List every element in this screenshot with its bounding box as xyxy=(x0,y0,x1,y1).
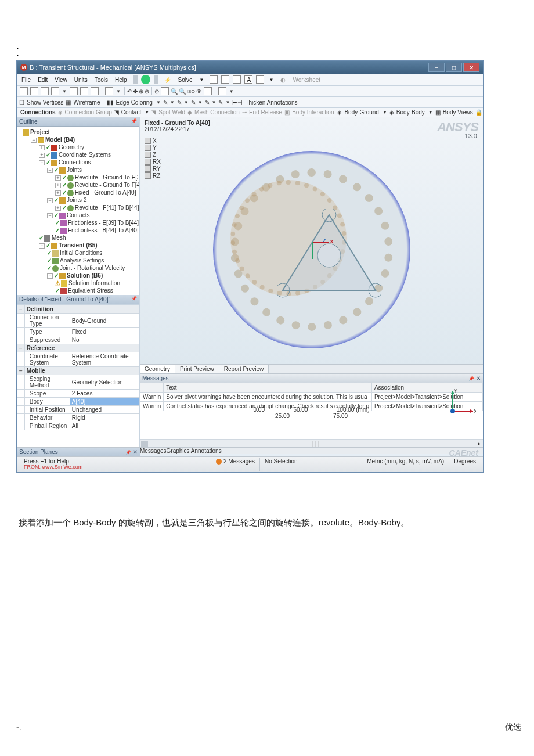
menu-edit[interactable]: Edit xyxy=(35,76,50,84)
maximize-button[interactable]: □ xyxy=(446,63,462,72)
status-degrees[interactable]: Degrees xyxy=(449,458,481,471)
msg-col-text[interactable]: Text xyxy=(164,383,372,393)
pen1-icon[interactable]: ✎ xyxy=(163,99,168,106)
sel-adj-icon[interactable] xyxy=(91,87,99,95)
collapse-icon[interactable]: − xyxy=(39,160,45,165)
tree-es[interactable]: Equivalent Stress xyxy=(68,287,113,294)
status-messages[interactable]: 2 Messages xyxy=(223,458,255,465)
tb-icon-5[interactable] xyxy=(256,75,264,84)
menu-view[interactable]: View xyxy=(52,76,70,84)
pin-icon[interactable]: 📌 xyxy=(131,296,137,303)
iso-icon[interactable]: ISO xyxy=(187,89,195,94)
pen4-icon[interactable]: ✎ xyxy=(205,99,210,106)
tree-rev-e[interactable]: Revolute - Ground To E[39] xyxy=(75,174,139,181)
tree-model[interactable]: Model (B4) xyxy=(45,136,75,143)
go-icon[interactable] xyxy=(141,75,150,84)
view-rotate-icon[interactable] xyxy=(105,87,113,95)
sel-box-icon[interactable] xyxy=(70,87,78,95)
outline-tree[interactable]: Project −Model (B4) +✓Geometry +✓Coordin… xyxy=(17,127,139,295)
status-units[interactable]: Metric (mm, kg, N, s, mV, mA) xyxy=(362,458,449,471)
connections-label[interactable]: Connections xyxy=(19,109,57,116)
tree-ic[interactable]: Initial Conditions xyxy=(60,250,102,256)
solve-button[interactable]: Solve xyxy=(176,76,195,84)
details-value-selected[interactable]: A[40] xyxy=(70,398,139,406)
thicken-label[interactable]: Thicken Annotations xyxy=(244,99,298,106)
expand-icon[interactable]: + xyxy=(55,183,61,188)
close-icon[interactable]: ✕ xyxy=(476,375,481,381)
collapse-icon[interactable]: − xyxy=(47,213,53,218)
collapse-icon[interactable]: − xyxy=(47,198,53,203)
expand-icon[interactable]: + xyxy=(55,190,61,196)
edge-coloring-label[interactable]: Edge Coloring xyxy=(115,99,154,106)
sel-vertex-icon[interactable] xyxy=(20,87,28,95)
menu-help[interactable]: Help xyxy=(113,76,129,84)
wireframe-label[interactable]: Wireframe xyxy=(72,99,101,106)
tab-print-preview[interactable]: Print Preview xyxy=(175,365,219,373)
tree-contacts[interactable]: Contacts xyxy=(67,212,89,218)
h-scrollbar[interactable]: ┃┃┃▸ xyxy=(140,439,483,447)
menu-file[interactable]: File xyxy=(19,76,33,84)
tree-rev-f[interactable]: Revolute - Ground To F[41] xyxy=(75,182,139,188)
tree-fix-a[interactable]: Fixed - Ground To A[40] xyxy=(75,189,136,196)
close-button[interactable]: ✕ xyxy=(463,63,479,72)
tree-as[interactable]: Analysis Settings xyxy=(60,257,104,264)
tree-transient[interactable]: Transient (B5) xyxy=(59,242,98,249)
bg-label[interactable]: Body-Ground xyxy=(343,109,380,116)
collapse-icon[interactable]: − xyxy=(17,367,25,375)
views-label[interactable]: Body Views xyxy=(442,109,474,116)
sel-lasso-icon[interactable] xyxy=(80,87,88,95)
pen5-icon[interactable]: ✎ xyxy=(218,99,223,106)
details-value[interactable]: 2 Faces xyxy=(70,390,139,398)
pin-icon[interactable]: 📌 xyxy=(468,376,474,381)
worksheet-button[interactable]: Worksheet xyxy=(290,76,323,84)
tree-project[interactable]: Project xyxy=(30,129,50,135)
tree-connections[interactable]: Connections xyxy=(59,159,91,165)
ring-gear[interactable]: z x xyxy=(213,151,410,348)
zoom-fit-icon[interactable]: ⊙ xyxy=(154,88,159,95)
pan-icon[interactable]: ✥ xyxy=(133,88,138,95)
details-value[interactable]: No xyxy=(70,336,139,344)
menu-tools[interactable]: Tools xyxy=(92,76,110,84)
zoom-box-icon[interactable] xyxy=(161,87,169,95)
tree-si[interactable]: Solution Information xyxy=(68,280,120,286)
details-value[interactable]: Geometry Selection xyxy=(70,375,139,390)
collapse-icon[interactable]: − xyxy=(17,344,25,352)
color-icon[interactable] xyxy=(218,87,226,95)
zoom-in-icon[interactable]: ⊕ xyxy=(139,88,143,95)
zoom-out-icon[interactable]: ⊖ xyxy=(145,88,149,95)
tab-report-preview[interactable]: Report Preview xyxy=(219,365,269,373)
collapse-icon[interactable]: − xyxy=(47,273,53,279)
look-icon[interactable]: 👁 xyxy=(196,88,202,95)
minimize-button[interactable]: − xyxy=(428,63,445,72)
tree-mesh[interactable]: Mesh xyxy=(52,235,66,241)
thicken-icon[interactable]: ⊢⊣ xyxy=(232,99,243,106)
pen3-icon[interactable]: ✎ xyxy=(191,99,196,106)
viewport[interactable]: Fixed - Ground To A[40] 2012/12/24 22:17… xyxy=(140,117,483,447)
print-icon[interactable] xyxy=(204,87,212,95)
expand-icon[interactable]: + xyxy=(39,153,45,158)
dd-icon[interactable]: ▼ xyxy=(267,77,276,83)
tab-geometry[interactable]: Geometry xyxy=(140,365,175,373)
details-value[interactable]: Unchanged xyxy=(70,406,139,414)
tree-geometry[interactable]: Geometry xyxy=(59,144,84,150)
expand-icon[interactable]: + xyxy=(55,175,61,181)
solve-dropdown-icon[interactable]: ▼ xyxy=(197,77,207,83)
tree-joints2[interactable]: Joints 2 xyxy=(67,197,86,203)
contact-label[interactable]: Contact xyxy=(120,109,142,116)
details-value[interactable]: All xyxy=(70,422,139,430)
details-value[interactable]: Reference Coordinate System xyxy=(70,352,139,367)
expand-icon[interactable]: + xyxy=(39,145,45,150)
pen2-icon[interactable]: ✎ xyxy=(177,99,182,106)
tree-rev-fb[interactable]: Revolute - F[41] To B[44] xyxy=(75,204,139,211)
tab-messages[interactable]: Messages xyxy=(140,448,167,454)
message-row[interactable]: WarninSolver pivot warnings have been en… xyxy=(140,393,483,402)
triangle-plate[interactable] xyxy=(277,209,381,302)
expand-icon[interactable]: + xyxy=(55,206,61,211)
wireframe-icon[interactable]: ▦ xyxy=(66,99,71,106)
menu-units[interactable]: Units xyxy=(72,76,90,84)
collapse-icon[interactable]: − xyxy=(47,168,53,173)
collapse-icon[interactable]: − xyxy=(17,305,25,314)
lock-icon[interactable]: 🔒 xyxy=(475,109,482,116)
tree-joints[interactable]: Joints xyxy=(67,167,82,173)
pin-icon[interactable]: 📌 xyxy=(131,118,137,125)
